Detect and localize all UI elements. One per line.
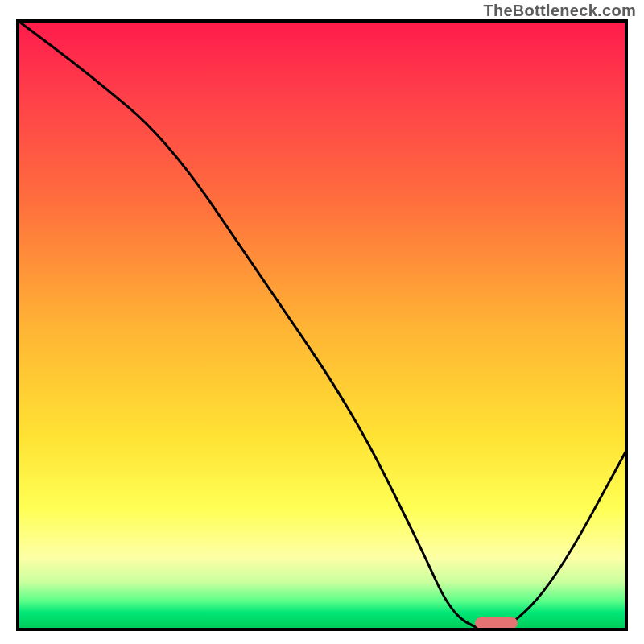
- axis-bottom: [16, 628, 628, 631]
- axis-right: [625, 19, 628, 631]
- watermark-text: TheBottleneck.com: [483, 2, 636, 20]
- chart-frame: [16, 19, 628, 631]
- chart-background-gradient: [16, 19, 628, 631]
- optimal-range-marker: [475, 617, 518, 629]
- axis-left: [16, 19, 19, 631]
